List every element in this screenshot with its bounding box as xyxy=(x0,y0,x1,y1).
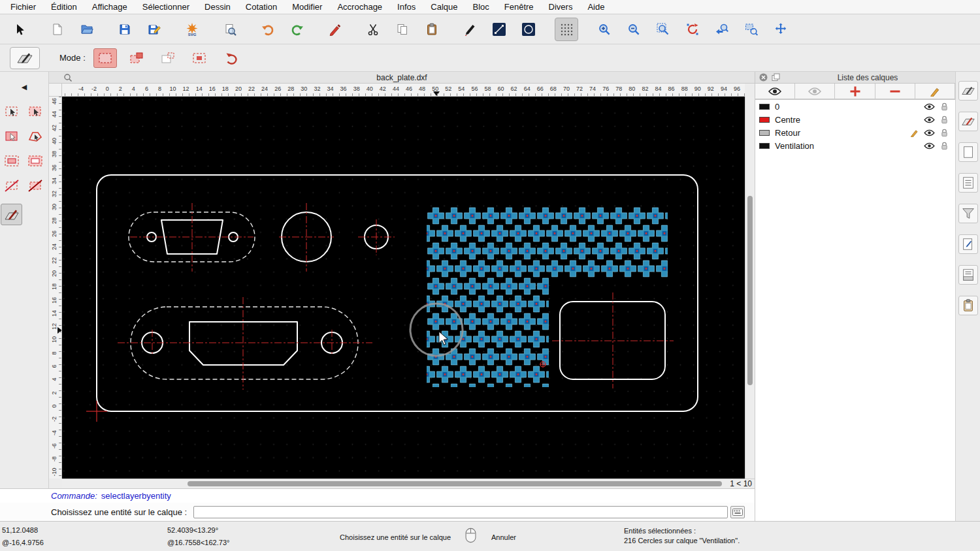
layer-visibility-icon[interactable] xyxy=(923,142,935,150)
deselect-all-button[interactable] xyxy=(1,101,22,122)
float-panel-button[interactable] xyxy=(772,73,780,82)
layer-row-ventilation[interactable]: Ventilation xyxy=(755,139,955,152)
ellipse-tool-button[interactable] xyxy=(517,18,540,41)
layer-lock-icon[interactable] xyxy=(938,142,950,150)
dock-clipboard-button[interactable] xyxy=(958,296,978,315)
collapse-panel-button[interactable]: ◀ xyxy=(17,81,31,93)
layer-row-centre[interactable]: Centre xyxy=(755,113,955,126)
menu-item-infos[interactable]: Infos xyxy=(397,2,416,12)
vertical-scrollbar[interactable] xyxy=(745,97,755,479)
layer-row-0[interactable]: 0 xyxy=(755,100,955,113)
zoom-out-button[interactable] xyxy=(622,18,645,41)
mode-button-1[interactable] xyxy=(93,48,117,68)
mode-reset-button[interactable] xyxy=(221,48,244,68)
paste-button[interactable] xyxy=(420,18,444,41)
layer-row-retour[interactable]: Retour xyxy=(755,126,955,139)
remove-layer-button[interactable] xyxy=(875,84,915,99)
h-ruler-tick: 56 xyxy=(471,86,478,92)
new-document-button[interactable] xyxy=(46,18,69,41)
select-window-button[interactable] xyxy=(1,150,22,172)
dock-selection-filter-button[interactable] xyxy=(958,204,978,223)
dock-library-browser-button[interactable] xyxy=(958,234,978,254)
mode-button-2[interactable] xyxy=(125,48,148,68)
h-ruler-tick: 50 xyxy=(432,86,438,92)
menu-item-edition[interactable]: Édition xyxy=(51,2,77,12)
dock-command-widget-button[interactable] xyxy=(958,265,978,285)
menu-item-cotation[interactable]: Cotation xyxy=(246,2,277,12)
add-layer-button[interactable] xyxy=(835,84,875,99)
menu-item-calque[interactable]: Calque xyxy=(431,2,457,12)
dock-block-list-button[interactable] xyxy=(958,173,978,193)
zoom-previous-button[interactable] xyxy=(710,18,734,41)
select-contour-button[interactable] xyxy=(24,125,46,147)
select-cursor-button[interactable] xyxy=(8,18,31,41)
menu-item-fichier[interactable]: Fichier xyxy=(10,2,36,12)
zoom-pan-button[interactable] xyxy=(769,18,792,41)
deselect-intersected-button[interactable] xyxy=(24,175,46,197)
select-entity-button[interactable] xyxy=(1,125,22,147)
menu-item-affichage[interactable]: Affichage xyxy=(92,2,127,12)
command-input[interactable] xyxy=(193,506,728,518)
menu-item-accrochage[interactable]: Accrochage xyxy=(337,2,382,12)
show-all-layers-button[interactable] xyxy=(755,84,795,99)
layer-lock-icon[interactable] xyxy=(938,129,950,137)
menu-item-selectionner[interactable]: Sélectionner xyxy=(142,2,189,12)
mode-button-3[interactable] xyxy=(156,48,180,68)
dock-tool-options-button[interactable] xyxy=(958,81,978,101)
scissors-icon xyxy=(367,23,380,36)
zoom-redraw-button[interactable] xyxy=(681,18,704,41)
drawing-canvas[interactable] xyxy=(62,97,745,479)
draw-pen-button[interactable] xyxy=(458,18,482,41)
menu-item-modifier[interactable]: Modifier xyxy=(292,2,322,12)
zoom-auto-button[interactable] xyxy=(651,18,675,41)
copy-button[interactable] xyxy=(391,18,414,41)
svg-export-button[interactable]: SVG xyxy=(180,18,204,41)
grid-toggle-button[interactable] xyxy=(555,18,578,41)
layer-list-panel: Liste des calques 0 xyxy=(755,72,955,521)
save-as-button[interactable] xyxy=(142,18,166,41)
delete-button[interactable] xyxy=(323,18,347,41)
keyboard-toggle-button[interactable] xyxy=(730,506,745,518)
layer-visibility-icon[interactable] xyxy=(923,116,935,123)
polar-coordinates: 52.4039<13.29° @16.7558<162.73° xyxy=(167,524,229,549)
layer-lock-icon[interactable] xyxy=(938,116,950,124)
zoom-window-button[interactable] xyxy=(740,18,763,41)
menu-item-divers[interactable]: Divers xyxy=(549,2,573,12)
menu-item-fenetre[interactable]: Fenêtre xyxy=(504,2,534,12)
edit-layer-button[interactable] xyxy=(915,84,955,99)
mode-button-4[interactable] xyxy=(188,48,211,68)
dock-layer-list-button[interactable] xyxy=(958,112,978,131)
plus-icon xyxy=(849,86,861,97)
h-scroll-thumb[interactable] xyxy=(188,481,722,486)
undo-button[interactable] xyxy=(256,18,280,41)
menu-item-aide[interactable]: Aide xyxy=(587,2,604,12)
current-layer-pencil-icon xyxy=(908,129,920,137)
layer-lock-icon[interactable] xyxy=(938,102,950,111)
close-panel-button[interactable] xyxy=(759,73,768,82)
hide-all-layers-button[interactable] xyxy=(795,84,835,99)
dock-blank-page-button[interactable] xyxy=(958,142,978,162)
save-button[interactable] xyxy=(113,18,137,41)
v-ruler-tick: 40 xyxy=(51,134,57,148)
open-file-button[interactable] xyxy=(75,18,99,41)
left-mouse-hint: Choisissez une entité sur le calque xyxy=(261,531,451,544)
select-layer-button[interactable] xyxy=(1,204,22,225)
select-all-button[interactable] xyxy=(24,101,46,122)
redo-button[interactable] xyxy=(286,18,309,41)
menu-item-bloc[interactable]: Bloc xyxy=(472,2,489,12)
print-preview-button[interactable] xyxy=(218,18,242,41)
layer-visibility-icon[interactable] xyxy=(923,129,935,136)
line-tool-button[interactable] xyxy=(487,18,511,41)
v-scroll-thumb[interactable] xyxy=(747,196,753,385)
current-tool-button[interactable] xyxy=(10,47,40,69)
cut-button[interactable] xyxy=(361,18,385,41)
deselect-window-button[interactable] xyxy=(24,150,46,172)
h-ruler-tick: 90 xyxy=(694,86,701,92)
v-ruler-tick: -10 xyxy=(51,465,57,479)
select-intersected-button[interactable] xyxy=(1,175,22,197)
layer-toolbar xyxy=(755,84,955,100)
horizontal-scrollbar[interactable] xyxy=(62,479,722,488)
zoom-in-button[interactable] xyxy=(593,18,616,41)
menu-item-dessin[interactable]: Dessin xyxy=(204,2,231,12)
layer-visibility-icon[interactable] xyxy=(923,103,935,110)
